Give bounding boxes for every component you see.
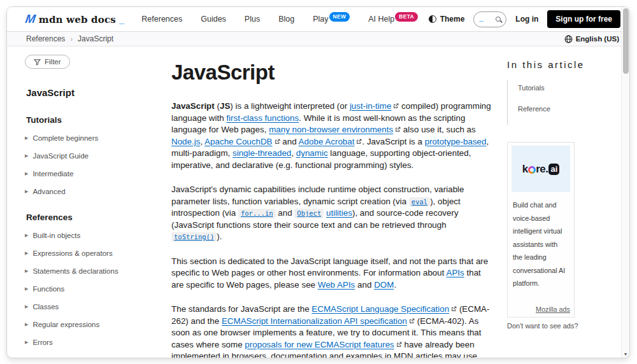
- link-web-apis[interactable]: Web APIs: [318, 280, 355, 290]
- external-link-icon: [451, 306, 457, 312]
- link-first-class-functions[interactable]: first-class functions: [226, 113, 299, 123]
- mdn-logo-icon: M: [25, 13, 36, 25]
- language-switcher[interactable]: English (US): [564, 35, 619, 43]
- scrollbar-thumb[interactable]: [623, 8, 629, 74]
- nav-right: Theme _ Log in Sign up for free: [429, 10, 620, 28]
- expand-triangle-icon[interactable]: ▶: [25, 269, 28, 274]
- sidebar-item-built-in-objects[interactable]: ▶Built-in objects: [25, 232, 171, 239]
- link-utilities[interactable]: utilities: [326, 208, 352, 218]
- content-area: Filter JavaScript Tutorials▶Complete beg…: [7, 46, 629, 358]
- sidebar-section-heading-tutorials: Tutorials: [26, 115, 171, 125]
- code-link-object[interactable]: Object: [294, 209, 324, 218]
- search-icon: [496, 17, 501, 22]
- toc-list-item: Reference: [518, 102, 615, 114]
- login-link[interactable]: Log in: [515, 15, 538, 24]
- ad-optout-link[interactable]: Don't want to see ads?: [507, 322, 615, 330]
- code-link-tostring[interactable]: toString(): [171, 232, 217, 242]
- expand-triangle-icon[interactable]: ▶: [25, 136, 28, 141]
- link-dynamic[interactable]: dynamic: [296, 148, 328, 158]
- main-nav: ReferencesGuidesPlusBlogPlayNEWAI HelpBE…: [141, 15, 418, 24]
- theme-label: Theme: [440, 15, 465, 24]
- sidebar-item-errors[interactable]: ▶Errors: [25, 339, 171, 346]
- page-scrollbar[interactable]: ▾: [621, 7, 629, 358]
- breadcrumb-references[interactable]: References: [26, 34, 65, 43]
- sidebar-root-javascript[interactable]: JavaScript: [26, 87, 171, 98]
- link-single-threaded[interactable]: single-threaded: [233, 148, 291, 158]
- expand-triangle-icon[interactable]: ▶: [25, 304, 28, 309]
- expand-triangle-icon[interactable]: ▶: [25, 171, 28, 176]
- toc-heading: In this article: [507, 59, 615, 70]
- sidebar-item-complete-beginners[interactable]: ▶Complete beginners: [25, 134, 171, 142]
- sidebar-item-expressions-operators[interactable]: ▶Expressions & operators: [25, 249, 171, 257]
- toc-item-tutorials[interactable]: Tutorials: [518, 84, 545, 92]
- filter-button[interactable]: Filter: [25, 55, 70, 69]
- breadcrumb-javascript[interactable]: JavaScript: [78, 34, 113, 43]
- sidebar-item-label: JavaScript Guide: [32, 152, 89, 160]
- expand-triangle-icon[interactable]: ▶: [25, 322, 28, 327]
- external-link-icon: [396, 342, 402, 347]
- kore-logo-pre: k: [522, 163, 528, 176]
- expand-triangle-icon[interactable]: ▶: [25, 251, 28, 256]
- sidebar-item-classes[interactable]: ▶Classes: [25, 303, 171, 311]
- sidebar-item-advanced[interactable]: ▶Advanced: [25, 188, 171, 195]
- link-many-non-browser-environments[interactable]: many non-browser environments: [269, 125, 401, 134]
- link-dom[interactable]: DOM: [374, 280, 394, 290]
- paragraph: JavaScript's dynamic capabilities includ…: [171, 184, 492, 243]
- sidebar-item-statements-declarations[interactable]: ▶Statements & declarations: [25, 267, 171, 275]
- sidebar-item-misc[interactable]: ▶Misc: [25, 356, 171, 358]
- expand-triangle-icon[interactable]: ▶: [25, 189, 28, 194]
- nav-item-references[interactable]: References: [141, 15, 182, 24]
- link-prototype-based[interactable]: prototype-based: [425, 137, 487, 146]
- external-link-icon: [356, 139, 362, 144]
- paragraph: This section is dedicated to the JavaScr…: [171, 256, 492, 291]
- link-adobe-acrobat[interactable]: Adobe Acrobat: [299, 137, 362, 146]
- filter-label: Filter: [45, 58, 61, 66]
- external-link-icon: [393, 103, 399, 109]
- link-apache-couchdb[interactable]: Apache CouchDB: [204, 137, 280, 146]
- code-link-for-in[interactable]: for...in: [238, 209, 276, 218]
- sidebar-item-label: Misc: [32, 356, 48, 358]
- nav-item-plus[interactable]: Plus: [245, 15, 260, 24]
- external-link-icon: [395, 127, 401, 132]
- external-link-icon: [275, 139, 280, 144]
- link-just-in-time[interactable]: just-in-time: [350, 101, 399, 111]
- page-title: JavaScript: [171, 60, 492, 85]
- article: JavaScript JavaScript (JS) is a lightwei…: [171, 46, 492, 358]
- expand-triangle-icon[interactable]: ▶: [25, 340, 28, 345]
- expand-triangle-icon[interactable]: ▶: [25, 358, 28, 358]
- paragraph: JavaScript (JS) is a lightweight interpr…: [171, 101, 492, 171]
- toc-item-reference[interactable]: Reference: [518, 105, 550, 113]
- signup-button[interactable]: Sign up for free: [547, 10, 620, 28]
- scrollbar-down-arrow-icon[interactable]: ▾: [622, 351, 629, 357]
- nav-item-ai-help[interactable]: AI HelpBETA: [368, 15, 418, 24]
- browser-viewport: M mdn web docs _ ReferencesGuidesPlusBlo…: [0, 0, 637, 364]
- expand-triangle-icon[interactable]: ▶: [25, 153, 28, 158]
- sidebar-item-label: Regular expressions: [32, 321, 99, 328]
- sidebar-item-regular-expressions[interactable]: ▶Regular expressions: [25, 321, 171, 328]
- expand-triangle-icon[interactable]: ▶: [25, 286, 28, 291]
- external-link-icon: [409, 318, 415, 324]
- mdn-logo[interactable]: M mdn web docs _: [25, 13, 124, 25]
- link-ecmascript-internationalization-api-specification[interactable]: ECMAScript Internationalization API spec…: [222, 316, 415, 326]
- link-node-js[interactable]: Node.js: [171, 137, 200, 146]
- expand-triangle-icon[interactable]: ▶: [25, 233, 28, 238]
- badge-new: NEW: [329, 12, 350, 22]
- sidebar-item-javascript-guide[interactable]: ▶JavaScript Guide: [25, 152, 171, 160]
- sidebar-item-label: Statements & declarations: [32, 267, 118, 275]
- kore-o-ring-icon: [528, 166, 536, 174]
- nav-item-play[interactable]: PlayNEW: [313, 15, 350, 24]
- link-apis[interactable]: APIs: [446, 268, 464, 277]
- filter-funnel-icon: [34, 59, 41, 66]
- theme-toggle-button[interactable]: Theme: [429, 15, 465, 24]
- link-ecmascript-language-specification[interactable]: ECMAScript Language Specification: [311, 304, 457, 314]
- search-input[interactable]: _: [473, 11, 506, 27]
- kore-ai-logo: k re. ai: [512, 146, 570, 192]
- ad-card[interactable]: k re. ai Build chat and voice-based inte…: [507, 142, 575, 318]
- sidebar-item-functions[interactable]: ▶Functions: [25, 285, 171, 293]
- link-proposals-for-new-ecmascript-features[interactable]: proposals for new ECMAScript features: [245, 340, 401, 349]
- nav-item-guides[interactable]: Guides: [201, 15, 226, 24]
- sidebar-item-intermediate[interactable]: ▶Intermediate: [25, 170, 171, 178]
- nav-item-blog[interactable]: Blog: [278, 15, 294, 24]
- mozilla-ads-link[interactable]: Mozilla ads: [512, 305, 570, 313]
- code-link-eval[interactable]: eval: [409, 197, 430, 207]
